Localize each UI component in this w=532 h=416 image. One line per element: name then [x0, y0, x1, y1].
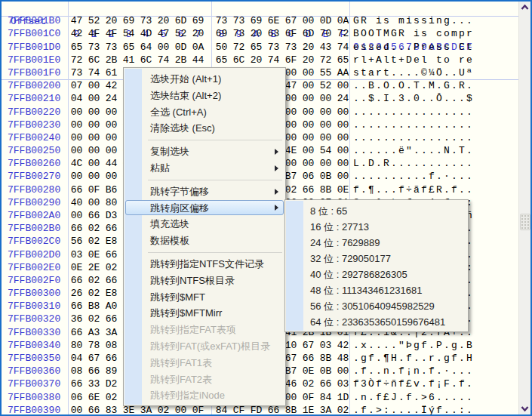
- hex-byte-cell[interactable]: 80: [105, 196, 118, 209]
- hex-byte-cell[interactable]: 73: [88, 41, 100, 54]
- submenu-item[interactable]: 48 位 : 111343461231681: [285, 282, 468, 298]
- hex-byte-cell[interactable]: B7: [284, 170, 297, 183]
- ascii-cell[interactable]: f3Òf÷ñf£v.f¡F.f.: [353, 377, 474, 390]
- hex-byte-cell[interactable]: 00: [70, 404, 83, 416]
- hex-byte-cell[interactable]: 02: [302, 377, 315, 390]
- hex-byte-cell[interactable]: 02: [105, 261, 118, 274]
- hex-byte-cell[interactable]: 4F: [105, 27, 118, 40]
- hex-byte-cell[interactable]: 0D: [174, 41, 187, 54]
- hex-byte-cell[interactable]: 00: [319, 157, 332, 170]
- hex-byte-cell[interactable]: E8: [105, 287, 118, 300]
- hex-byte-cell[interactable]: 66: [70, 326, 83, 339]
- hex-byte-cell[interactable]: 00: [70, 106, 83, 119]
- hex-byte-cell[interactable]: 74: [337, 41, 349, 54]
- hex-byte-cell[interactable]: 00: [88, 170, 100, 183]
- hex-byte-cell[interactable]: 47: [157, 27, 170, 40]
- hex-byte-cell[interactable]: 00: [319, 106, 332, 119]
- hex-byte-cell[interactable]: 00: [337, 119, 349, 131]
- hex-byte-cell[interactable]: 74: [267, 54, 280, 66]
- hex-byte-cell[interactable]: 64: [140, 41, 152, 54]
- hex-byte-cell[interactable]: 00: [302, 106, 315, 119]
- hex-byte-cell[interactable]: 66: [70, 183, 83, 196]
- hex-byte-cell[interactable]: 67: [88, 352, 100, 365]
- ascii-cell[interactable]: BOOTMGR is compr: [353, 27, 474, 40]
- ascii-cell[interactable]: start....©¼Ö..Uª: [353, 66, 474, 79]
- hex-byte-cell[interactable]: 6F: [284, 27, 297, 40]
- hex-byte-cell[interactable]: 00: [105, 106, 118, 119]
- hex-byte-cell[interactable]: 00: [284, 106, 297, 119]
- hex-byte-cell[interactable]: 48: [337, 352, 349, 365]
- hex-byte-cell[interactable]: 26: [70, 287, 83, 300]
- hex-byte-cell[interactable]: 00: [284, 157, 297, 170]
- hex-byte-cell[interactable]: 20: [250, 27, 263, 40]
- ascii-cell[interactable]: rl+Alt+Del to re: [353, 54, 474, 66]
- hex-byte-cell[interactable]: 73: [232, 27, 245, 40]
- hex-byte-cell[interactable]: 8B: [284, 404, 297, 416]
- hex-byte-cell[interactable]: 00: [302, 157, 315, 170]
- hex-byte-cell[interactable]: 00: [88, 79, 100, 92]
- hex-byte-cell[interactable]: 84: [319, 391, 332, 404]
- hex-byte-cell[interactable]: 41: [122, 54, 135, 66]
- hex-byte-cell[interactable]: 4F: [88, 27, 100, 40]
- ascii-cell[interactable]: f.¶...f÷ãf£R.f..: [353, 183, 474, 196]
- hex-byte-cell[interactable]: 43: [319, 41, 332, 54]
- ascii-cell[interactable]: ..$.I.3.0..Ô...$: [353, 92, 474, 105]
- hex-byte-cell[interactable]: 00: [284, 391, 297, 404]
- hex-byte-cell[interactable]: 0B: [319, 170, 332, 183]
- ascii-cell[interactable]: ................: [353, 119, 474, 131]
- submenu-item[interactable]: 16 位 : 27713: [285, 219, 468, 235]
- hex-byte-cell[interactable]: 00: [105, 119, 118, 131]
- hex-byte-cell[interactable]: E8: [105, 235, 118, 248]
- hex-byte-cell[interactable]: 66: [319, 377, 332, 390]
- ascii-cell[interactable]: .f.>:....Ïýf..:.: [353, 404, 474, 416]
- hex-byte-cell[interactable]: 70: [319, 27, 332, 40]
- menu-item[interactable]: 跳转到指定NTFS文件记录: [124, 256, 285, 273]
- menu-item[interactable]: 粘贴: [124, 160, 285, 177]
- hex-byte-cell[interactable]: 44: [105, 157, 118, 170]
- hex-byte-cell[interactable]: 0E: [302, 365, 315, 377]
- hex-byte-cell[interactable]: 47: [284, 79, 297, 92]
- hex-byte-cell[interactable]: 66: [302, 352, 315, 365]
- hex-byte-cell[interactable]: A3: [88, 326, 100, 339]
- hex-byte-cell[interactable]: AA: [337, 66, 349, 79]
- hex-byte-cell[interactable]: 2B: [174, 54, 187, 66]
- hex-byte-cell[interactable]: 2B: [105, 54, 118, 66]
- hex-byte-cell[interactable]: 8B: [319, 352, 332, 365]
- hex-byte-cell[interactable]: 00: [302, 92, 315, 105]
- hex-byte-cell[interactable]: 00: [302, 66, 315, 79]
- submenu-item[interactable]: 56 位 : 30510640945982529: [285, 298, 468, 314]
- submenu-item[interactable]: 8 位 : 65: [285, 203, 468, 219]
- hex-byte-cell[interactable]: 00: [319, 119, 332, 131]
- hex-byte-cell[interactable]: 42: [105, 79, 118, 92]
- hex-byte-cell[interactable]: B7: [284, 365, 297, 377]
- hex-byte-cell[interactable]: 00: [302, 79, 315, 92]
- hex-byte-cell[interactable]: 00: [337, 365, 349, 377]
- ascii-cell[interactable]: .f..n.f¡n.f.·...: [353, 365, 474, 377]
- hex-byte-cell[interactable]: 00: [284, 119, 297, 131]
- hex-byte-cell[interactable]: 00: [284, 66, 297, 79]
- hex-byte-cell[interactable]: 63: [267, 27, 280, 40]
- hex-byte-cell[interactable]: 44: [192, 54, 204, 66]
- hex-byte-cell[interactable]: 65: [215, 54, 228, 66]
- hex-byte-cell[interactable]: 0B: [319, 365, 332, 377]
- hex-byte-cell[interactable]: 6F: [284, 54, 297, 66]
- ascii-cell[interactable]: L.D.R...........: [353, 157, 474, 170]
- hex-byte-cell[interactable]: 02: [105, 391, 118, 404]
- hex-byte-cell[interactable]: 66: [70, 274, 83, 287]
- hex-byte-cell[interactable]: 67: [302, 339, 315, 352]
- menu-item[interactable]: 跳转扇区偏移: [124, 200, 285, 217]
- hex-byte-cell[interactable]: 73: [267, 41, 280, 54]
- hex-byte-cell[interactable]: 55: [319, 66, 332, 79]
- hex-byte-cell[interactable]: 73: [105, 41, 118, 54]
- hex-byte-cell[interactable]: 83: [105, 404, 118, 416]
- hex-byte-cell[interactable]: 06: [70, 391, 83, 404]
- hex-byte-cell[interactable]: 1D: [337, 391, 349, 404]
- hex-byte-cell[interactable]: 00: [70, 131, 83, 144]
- hex-byte-cell[interactable]: 74: [88, 66, 100, 79]
- hex-byte-cell[interactable]: 78: [88, 339, 100, 352]
- hex-byte-cell[interactable]: 20: [192, 27, 204, 40]
- hex-byte-cell[interactable]: 06: [302, 170, 315, 183]
- hex-byte-cell[interactable]: 08: [105, 339, 118, 352]
- hex-byte-cell[interactable]: 73: [284, 41, 297, 54]
- menu-item[interactable]: 全选 (Ctrl+A): [124, 104, 285, 121]
